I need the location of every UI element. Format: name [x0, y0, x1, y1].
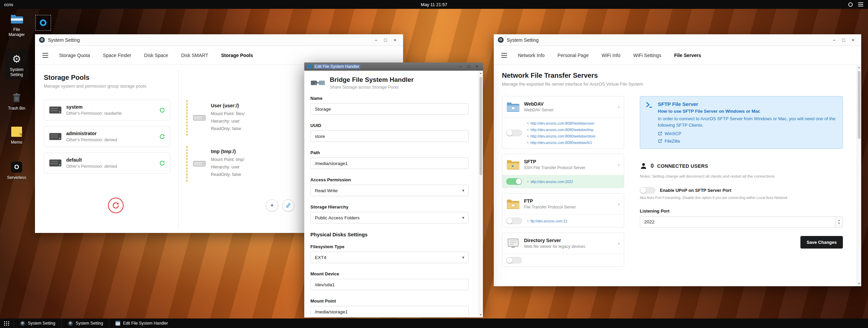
tab-storage-pools[interactable]: Storage Pools	[215, 46, 259, 65]
mount-device-input[interactable]	[310, 279, 469, 290]
server-card-directory: Directory Server Web file viewer for leg…	[502, 233, 624, 267]
webdav-link[interactable]: ▸http://dev.arozos.com:8080/webdav/user	[527, 121, 595, 126]
minimize-button[interactable]: −	[457, 64, 464, 69]
external-link-icon	[658, 139, 662, 143]
info-subtitle: How to use SFTP File Server on Windows o…	[658, 109, 837, 114]
chevron-right-icon[interactable]: ›	[618, 201, 620, 207]
webdav-server-row[interactable]: WebDAV WebDAV Server ›	[502, 96, 624, 117]
webdav-link[interactable]: ▸http://dev.arozos.com:8080/webdav/tmp	[527, 127, 595, 132]
taskbar-item-system-setting-1[interactable]: ⚙ System Setting	[14, 318, 61, 328]
filesystem-type-select[interactable]: EXT4 ▾	[310, 252, 469, 263]
directory-server-row[interactable]: Directory Server Web file viewer for leg…	[502, 233, 624, 254]
tab-file-servers[interactable]: File Servers	[668, 46, 707, 65]
spin-down-icon[interactable]: ▾	[838, 222, 839, 225]
winscp-link[interactable]: WinSCP	[658, 131, 837, 136]
window-title: System Setting	[48, 37, 80, 43]
chevron-right-icon[interactable]: ›	[618, 240, 620, 247]
webdav-link[interactable]: ▸http://dev.arozos.com:8080/webdav/ls1	[527, 140, 595, 145]
scrollbar-thumb[interactable]	[858, 71, 861, 139]
storage-pool-item[interactable]: system Other's Permission: readwrite	[44, 99, 170, 121]
close-button[interactable]: ×	[473, 64, 480, 69]
spin-up-icon[interactable]: ▴	[838, 219, 839, 222]
close-button[interactable]: ×	[849, 37, 857, 43]
window-titlebar[interactable]: ⚙ System Setting − □ ×	[35, 34, 403, 46]
desktop-icon-trash-bin[interactable]: Trash Bin	[5, 91, 29, 111]
tab-network-info[interactable]: Network Info	[511, 46, 551, 65]
add-storage-button[interactable]: +	[266, 199, 278, 212]
webdav-link[interactable]: ▸http://dev.arozos.com:8080/webdav/store	[527, 133, 595, 139]
desktop-icon-serverless[interactable]: O Serverless	[5, 160, 29, 180]
tab-wifi-settings[interactable]: WiFi Settings	[627, 46, 668, 65]
desktop-icon-file-manager[interactable]: File Manager	[5, 12, 29, 37]
tab-storage-quota[interactable]: Storage Quota	[53, 46, 96, 65]
refresh-pools-button[interactable]	[108, 198, 124, 213]
scrollbar-thumb[interactable]	[480, 77, 482, 175]
chevron-right-icon[interactable]: ›	[618, 104, 620, 110]
disk-icon	[49, 132, 62, 141]
filezilla-link[interactable]: FileZilla	[658, 139, 837, 144]
tab-menu-icon[interactable]	[496, 53, 511, 58]
sftp-toggle[interactable]	[506, 178, 522, 185]
mount-name: User (user:/)	[211, 103, 245, 108]
directory-server-icon	[506, 238, 520, 249]
sftp-link[interactable]: ▸sftp://dev.arozos.com:2022	[527, 179, 573, 184]
scroll-up-icon[interactable]: ▴	[480, 72, 482, 75]
desktop-icon-memo[interactable]: Memo	[5, 125, 29, 145]
desktop-icon-label: Memo	[5, 140, 29, 145]
ftp-server-row[interactable]: FTP File Transfer Protocol Server ›	[502, 194, 624, 214]
webdav-toggle[interactable]	[506, 130, 522, 136]
status-ring-icon[interactable]	[848, 2, 853, 7]
access-permission-select[interactable]: Read Write ▾	[310, 185, 469, 196]
maximize-button[interactable]: □	[839, 37, 848, 43]
scroll-down-icon[interactable]: ▾	[480, 313, 482, 316]
topbar-menu-icon[interactable]	[858, 2, 863, 6]
uuid-input[interactable]	[310, 130, 469, 142]
storage-pool-item[interactable]: administrator Other's Permission: denied	[44, 126, 170, 147]
scroll-up-icon[interactable]: ▴	[858, 66, 860, 69]
window-titlebar[interactable]: ⚙ System Setting − □ ×	[494, 34, 861, 46]
sync-icon[interactable]	[159, 160, 165, 166]
bridge-storage-button[interactable]	[282, 199, 294, 212]
scrollbar[interactable]: ▴ ▾	[478, 71, 483, 317]
desktop-icon-system-setting[interactable]: ⚙ System Setting	[5, 50, 29, 79]
server-name: Directory Server	[524, 238, 585, 243]
disk-icon	[49, 158, 62, 168]
sync-icon[interactable]	[159, 134, 165, 140]
upnp-toggle[interactable]	[640, 187, 655, 194]
taskbar-item-edit-fsh[interactable]: Edit File System Handler	[109, 318, 174, 328]
path-input[interactable]	[310, 158, 469, 169]
taskbar-item-system-setting-2[interactable]: ⚙ System Setting	[61, 318, 109, 328]
number-spinner[interactable]: ▴ ▾	[835, 217, 843, 227]
name-input[interactable]	[310, 103, 469, 115]
desktop-icon-label: Trash Bin	[5, 106, 29, 111]
ftp-toggle[interactable]	[506, 218, 522, 224]
ftp-link[interactable]: ▸ftp://dev.arozos.com:21	[527, 218, 567, 224]
listening-port-input[interactable]	[640, 216, 843, 228]
scrollbar[interactable]: ▴ ▾	[856, 65, 861, 286]
chevron-right-icon[interactable]: ›	[618, 161, 620, 168]
minimize-button[interactable]: −	[372, 37, 380, 43]
disk-icon	[49, 105, 62, 115]
maximize-button[interactable]: □	[381, 37, 390, 43]
window-titlebar[interactable]: Edit File System Handler − □ ×	[304, 62, 483, 71]
sftp-server-row[interactable]: SFTP SSH File Transfer Protocol Server ›	[502, 154, 624, 175]
desktop-icon-shortcut-selected[interactable]	[35, 15, 51, 31]
sync-icon[interactable]	[159, 107, 165, 113]
tab-wifi-info[interactable]: WiFi Info	[595, 46, 627, 65]
close-button[interactable]: ×	[391, 37, 399, 43]
storage-hierarchy-select[interactable]: Public Access Folders ▾	[310, 212, 469, 223]
save-changes-button[interactable]: Save Changes	[800, 236, 843, 249]
tab-personal-page[interactable]: Personal Page	[551, 46, 595, 65]
handler-subtitle: Share Storage across Storage Pools	[330, 85, 414, 90]
scroll-down-icon[interactable]: ▾	[858, 282, 860, 285]
mount-point-input[interactable]	[310, 306, 469, 317]
tab-disk-smart[interactable]: Disk SMART	[175, 46, 215, 65]
directory-toggle[interactable]	[506, 257, 522, 263]
maximize-button[interactable]: □	[465, 64, 472, 69]
tab-space-finder[interactable]: Space Finder	[96, 46, 138, 65]
tab-menu-icon[interactable]	[38, 53, 53, 58]
tab-disk-space[interactable]: Disk Space	[138, 46, 175, 65]
app-launcher-button[interactable]	[0, 318, 14, 328]
storage-pool-item[interactable]: default Other's Permission: denied	[44, 152, 170, 174]
minimize-button[interactable]: −	[830, 37, 838, 43]
